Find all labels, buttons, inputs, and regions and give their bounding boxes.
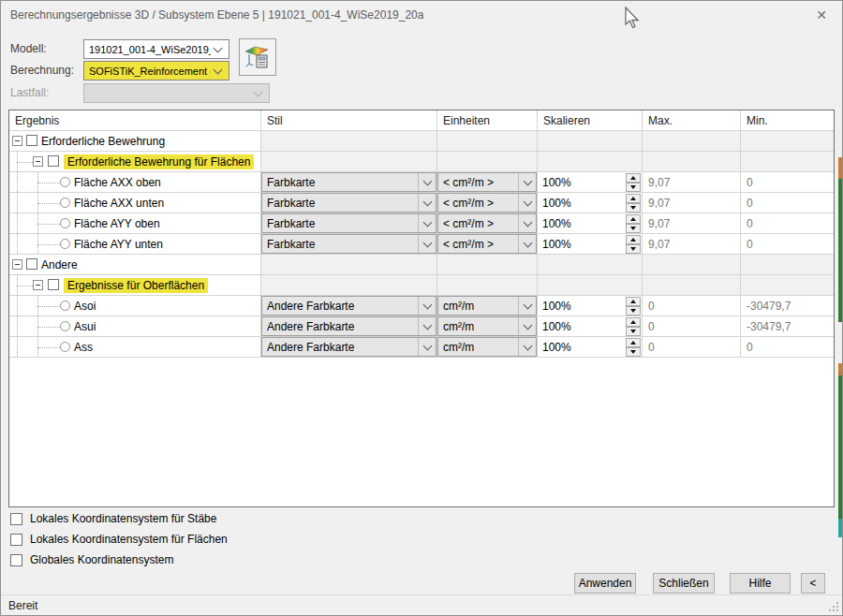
einheiten-select[interactable]: cm²/m	[437, 337, 537, 357]
tree-checkbox[interactable]	[26, 135, 37, 146]
spinner-up-button[interactable]	[626, 214, 641, 224]
stil-select[interactable]: Andere Farbkarte	[261, 296, 436, 315]
option-global-coords[interactable]: Globales Koordinatensystem	[10, 552, 173, 567]
option-local-coords-areas[interactable]: Lokales Koordinatensystem für Flächen	[10, 532, 228, 547]
spinner-down-button[interactable]	[626, 183, 641, 192]
tree-expander-icon[interactable]	[33, 156, 43, 167]
spinner-down-button[interactable]	[626, 347, 641, 357]
stil-select[interactable]: Andere Farbkarte	[261, 337, 436, 357]
spinner-down-button[interactable]	[626, 306, 641, 315]
result-radio[interactable]	[60, 198, 70, 208]
max-value-field[interactable]: 0	[643, 296, 741, 315]
tree-expander-icon[interactable]	[12, 259, 22, 270]
min-value-field[interactable]: 0	[741, 234, 834, 254]
skalieren-input[interactable]: 100%	[542, 238, 626, 251]
spinner-up-button[interactable]	[626, 235, 641, 244]
chevron-down-icon	[523, 197, 532, 206]
max-value-field[interactable]: 9,07	[643, 172, 741, 192]
stil-select[interactable]: Andere Farbkarte	[261, 316, 436, 336]
skalieren-input[interactable]: 100%	[542, 197, 626, 210]
skalieren-input[interactable]: 100%	[542, 320, 626, 333]
berechnung-select[interactable]: SOFiSTiK_Reinforcement (20'	[83, 61, 229, 81]
min-value-field[interactable]: -30479,7	[741, 316, 834, 336]
max-value-field[interactable]: 0	[643, 337, 741, 357]
skalieren-cell: 100%	[538, 316, 643, 336]
max-value-field[interactable]: 9,07	[643, 213, 741, 233]
spinner-down-button[interactable]	[626, 224, 641, 233]
result-radio[interactable]	[60, 177, 70, 187]
min-value-field[interactable]: -30479,7	[741, 296, 834, 315]
tree-line	[17, 172, 18, 192]
dropdown-arrow-zone	[518, 235, 536, 253]
skalieren-input[interactable]: 100%	[542, 217, 626, 230]
empty-cell	[437, 255, 538, 274]
close-dialog-button[interactable]: Schließen	[653, 573, 715, 594]
min-value-field[interactable]: 0	[741, 172, 834, 192]
dropdown-arrow-zone	[518, 214, 536, 232]
einheiten-select[interactable]: < cm²/m >	[437, 213, 537, 233]
result-radio[interactable]	[60, 342, 70, 352]
chevron-down-icon	[214, 65, 223, 74]
result-display-settings-button[interactable]	[239, 38, 276, 76]
tree-checkbox[interactable]	[48, 155, 59, 167]
max-value-field[interactable]: 9,07	[643, 234, 741, 254]
stil-select[interactable]: Farbkarte	[261, 213, 436, 233]
spinner-up-button[interactable]	[626, 317, 641, 327]
einheiten-select[interactable]: < cm²/m >	[437, 172, 537, 192]
tree-checkbox[interactable]	[26, 258, 37, 270]
einheiten-cell: cm²/m	[437, 337, 538, 357]
tree-expander-icon[interactable]	[12, 136, 22, 146]
tree-expander-icon[interactable]	[33, 280, 43, 290]
close-icon[interactable]: ✕	[806, 5, 836, 25]
einheiten-select[interactable]: cm²/m	[437, 316, 537, 336]
empty-cell	[538, 255, 643, 274]
apply-button[interactable]: Anwenden	[574, 573, 636, 594]
result-radio[interactable]	[60, 239, 70, 249]
stil-select[interactable]: Farbkarte	[261, 234, 436, 254]
max-value-field[interactable]: 0	[643, 316, 741, 336]
spinner-down-button[interactable]	[626, 244, 641, 254]
tree-line	[37, 203, 60, 204]
skalieren-input[interactable]: 100%	[542, 176, 626, 189]
model-select[interactable]: 191021_001-4_WiSe2019_20	[83, 39, 229, 59]
collapse-button[interactable]: <	[801, 573, 825, 594]
chevron-down-icon	[422, 176, 432, 185]
min-value-field[interactable]: 0	[741, 193, 834, 213]
spinner-up-button[interactable]	[626, 297, 641, 306]
ergebnis-cell: Ass	[9, 337, 261, 357]
spinner-down-button[interactable]	[626, 327, 641, 336]
tree-checkbox[interactable]	[48, 279, 59, 290]
min-value-field[interactable]: 0	[741, 337, 834, 357]
stil-select[interactable]: Farbkarte	[261, 172, 436, 192]
tree-line	[17, 316, 18, 336]
empty-cell	[437, 275, 538, 295]
option-local-coords-beams[interactable]: Lokales Koordinatensystem für Stäbe	[10, 511, 216, 526]
tree-line	[17, 213, 18, 233]
checkbox-icon[interactable]	[10, 534, 22, 546]
stil-cell: Farbkarte	[261, 234, 437, 254]
down-arrow-icon	[630, 185, 636, 189]
result-radio[interactable]	[60, 321, 70, 331]
spinner-down-button[interactable]	[626, 203, 641, 213]
checkbox-icon[interactable]	[10, 513, 22, 525]
resize-grip-icon[interactable]	[827, 600, 839, 612]
chevron-down-icon	[523, 341, 532, 350]
stil-select[interactable]: Farbkarte	[261, 193, 436, 213]
result-radio[interactable]	[60, 218, 70, 228]
help-button[interactable]: Hilfe	[730, 573, 791, 594]
table-row: Erforderliche Bewehrung für Flächen	[9, 152, 834, 172]
max-value-field[interactable]: 9,07	[643, 193, 741, 213]
checkbox-icon[interactable]	[10, 554, 22, 566]
spinner-up-button[interactable]	[626, 338, 641, 347]
einheiten-select[interactable]: cm²/m	[437, 296, 537, 315]
einheiten-select[interactable]: < cm²/m >	[437, 234, 537, 254]
result-label: Asoi	[74, 300, 96, 313]
einheiten-select[interactable]: < cm²/m >	[437, 193, 537, 213]
spinner-up-button[interactable]	[626, 173, 641, 183]
einheiten-cell: < cm²/m >	[437, 213, 538, 233]
skalieren-input[interactable]: 100%	[542, 300, 626, 313]
result-radio[interactable]	[60, 301, 70, 311]
skalieren-input[interactable]: 100%	[542, 341, 626, 354]
min-value-field[interactable]: 0	[741, 213, 834, 233]
spinner-up-button[interactable]	[626, 194, 641, 203]
